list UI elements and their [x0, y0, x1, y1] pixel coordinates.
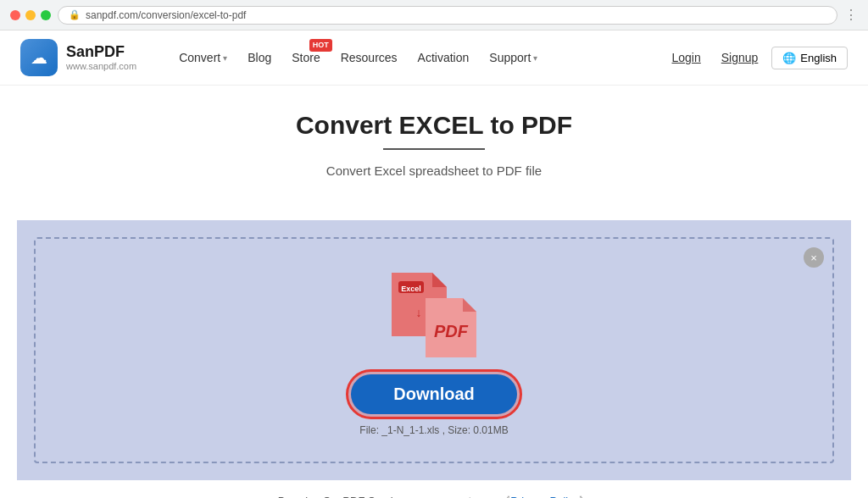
- file-info: File: _1-N_1-1.xls , Size: 0.01MB: [359, 424, 508, 436]
- nav-item-blog[interactable]: Blog: [239, 46, 280, 69]
- download-button[interactable]: Download: [351, 374, 517, 414]
- browser-bar: 🔒 sanpdf.com/conversion/excel-to-pdf ⋮: [0, 0, 868, 30]
- svg-text:Excel: Excel: [401, 285, 421, 293]
- language-button[interactable]: 🌐 English: [771, 47, 848, 69]
- cloud-icon: ☁: [31, 47, 47, 68]
- logo-subtitle: www.sanpdf.com: [66, 61, 136, 72]
- language-label: English: [800, 52, 837, 64]
- page-subtitle: Convert Excel spreadsheet to PDF file: [17, 163, 851, 178]
- nav-item-activation[interactable]: Activation: [409, 46, 478, 69]
- lock-icon: 🔒: [69, 9, 81, 20]
- nav-links: Convert ▾ Blog Store HOT Resources Activ…: [170, 46, 665, 69]
- svg-text:PDF: PDF: [434, 322, 469, 340]
- svg-marker-1: [432, 273, 447, 287]
- close-window-btn[interactable]: [10, 10, 20, 20]
- browser-settings-icon[interactable]: ⋮: [844, 7, 858, 23]
- logo-title: SanPDF: [66, 43, 136, 62]
- nav-item-support[interactable]: Support ▾: [481, 46, 546, 69]
- maximize-window-btn[interactable]: [41, 10, 51, 20]
- convert-arrow-icon: ▾: [223, 53, 227, 63]
- globe-icon: 🌐: [782, 52, 796, 64]
- footer-text-before: By using SanPDF Services, you agree to o…: [278, 495, 511, 498]
- nav-item-resources[interactable]: Resources: [332, 46, 406, 69]
- minimize-window-btn[interactable]: [25, 10, 36, 20]
- support-arrow-icon: ▾: [533, 53, 537, 63]
- svg-text:↓: ↓: [416, 306, 422, 319]
- hot-badge: HOT: [309, 39, 332, 52]
- file-icon-wrapper: Excel ↓ PDF: [392, 273, 476, 357]
- nav-right: Login Signup 🌐 English: [665, 46, 849, 69]
- nav-item-convert[interactable]: Convert ▾: [170, 46, 236, 69]
- url-text: sanpdf.com/conversion/excel-to-pdf: [86, 9, 246, 21]
- logo-icon: ☁: [20, 39, 58, 76]
- footer-text-after: 》: [579, 495, 590, 498]
- login-link[interactable]: Login: [665, 46, 708, 69]
- logo-link[interactable]: ☁ SanPDF www.sanpdf.com: [20, 39, 136, 76]
- upload-box[interactable]: × Excel ↓ PDF: [34, 237, 834, 463]
- navbar: ☁ SanPDF www.sanpdf.com Convert ▾ Blog S…: [0, 30, 868, 86]
- svg-marker-6: [463, 298, 476, 312]
- main-content: Convert EXCEL to PDF Convert Excel sprea…: [0, 86, 868, 220]
- close-button[interactable]: ×: [804, 247, 824, 268]
- title-underline: [383, 148, 485, 150]
- upload-section: × Excel ↓ PDF: [17, 220, 851, 480]
- page-title: Convert EXCEL to PDF: [17, 111, 851, 140]
- footer: By using SanPDF Services, you agree to o…: [0, 480, 868, 498]
- browser-controls: [10, 10, 51, 20]
- url-bar[interactable]: 🔒 sanpdf.com/conversion/excel-to-pdf: [58, 6, 837, 25]
- pdf-file-icon: PDF: [426, 298, 476, 357]
- signup-link[interactable]: Signup: [715, 46, 765, 69]
- store-wrapper: Store HOT: [283, 46, 328, 69]
- logo-text: SanPDF www.sanpdf.com: [66, 43, 136, 73]
- privacy-policy-link[interactable]: Privacy Policy: [510, 495, 579, 498]
